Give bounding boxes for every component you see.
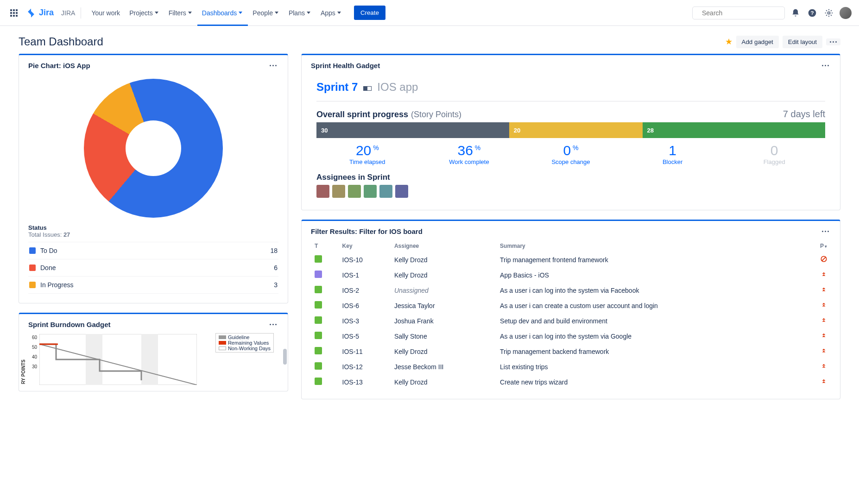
issue-assignee[interactable]: Jessica Taylor — [391, 298, 496, 313]
issue-key[interactable]: IOS-10 — [339, 252, 391, 267]
table-row[interactable]: IOS-6Jessica TaylorAs a user i can creat… — [311, 298, 831, 313]
assignee-avatar[interactable] — [379, 185, 392, 198]
issue-summary[interactable]: Trip management frontend framework — [496, 252, 804, 267]
edit-layout-button[interactable]: Edit layout — [783, 36, 822, 48]
sprint-name[interactable]: Sprint 7 — [316, 81, 358, 94]
sprint-metric[interactable]: 36 %Work complete — [418, 143, 520, 165]
issue-priority — [804, 374, 831, 390]
assignee-avatar[interactable] — [364, 185, 377, 198]
chevron-down-icon — [188, 12, 193, 14]
highest-priority-icon — [821, 286, 827, 293]
progress-subtitle: (Story Points) — [411, 110, 461, 120]
pie-card-menu-icon[interactable] — [268, 63, 278, 68]
svg-text:?: ? — [810, 10, 814, 16]
pie-legend-row[interactable]: Done6 — [28, 259, 278, 277]
issue-summary[interactable]: As a user i can log into the system via … — [496, 328, 804, 344]
col-assignee[interactable]: Assignee — [391, 240, 496, 252]
issue-key[interactable]: IOS-12 — [339, 359, 391, 374]
table-row[interactable]: IOS-11Kelly DrozdTrip management backend… — [311, 344, 831, 359]
sprint-metric[interactable]: 1Blocker — [622, 143, 724, 165]
create-button[interactable]: Create — [354, 6, 385, 20]
issue-summary[interactable]: Trip management backend framework — [496, 344, 804, 359]
issue-assignee[interactable]: Kelly Drozd — [391, 344, 496, 359]
table-row[interactable]: IOS-3Joshua FrankSetup dev and and build… — [311, 313, 831, 328]
header-actions: ★ Add gadget Edit layout — [725, 36, 840, 48]
add-gadget-button[interactable]: Add gadget — [736, 36, 779, 48]
nav-item-filters[interactable]: Filters — [164, 0, 197, 26]
star-icon[interactable]: ★ — [725, 37, 733, 47]
assignee-avatar[interactable] — [348, 185, 361, 198]
settings-icon[interactable] — [823, 7, 835, 19]
issue-summary[interactable]: List existing trips — [496, 359, 804, 374]
issue-summary[interactable]: Create new trips wizard — [496, 374, 804, 390]
nav-item-dashboards[interactable]: Dashboards — [197, 0, 248, 26]
chevron-down-icon — [155, 12, 159, 14]
sprint-metric[interactable]: 0Flagged — [723, 143, 825, 165]
nav-item-plans[interactable]: Plans — [284, 0, 316, 26]
issue-key[interactable]: IOS-6 — [339, 298, 391, 313]
nav-item-your-work[interactable]: Your work — [87, 0, 125, 26]
issue-assignee[interactable]: Kelly Drozd — [391, 267, 496, 283]
issue-key[interactable]: IOS-5 — [339, 328, 391, 344]
col-priority[interactable]: P▾ — [804, 240, 831, 252]
pie-total: Total Issues: 27 — [28, 231, 278, 238]
issue-summary[interactable]: App Basics - iOS — [496, 267, 804, 283]
pie-legend-row[interactable]: To Do18 — [28, 242, 278, 259]
notifications-icon[interactable] — [790, 7, 802, 19]
jira-logo-icon — [26, 8, 36, 18]
table-row[interactable]: IOS-2UnassignedAs a user i can log into … — [311, 283, 831, 298]
filter-card-menu-icon[interactable] — [820, 229, 831, 234]
issue-priority — [804, 283, 831, 298]
issue-assignee[interactable]: Kelly Drozd — [391, 252, 496, 267]
sprint-metric[interactable]: 20 %Time elapsed — [316, 143, 418, 165]
sprint-card-menu-icon[interactable] — [820, 63, 831, 68]
nav-item-people[interactable]: People — [248, 0, 284, 26]
sprint-metric[interactable]: 0 %Scope change — [520, 143, 622, 165]
issue-summary[interactable]: As a user i can create a custom user acc… — [496, 298, 804, 313]
profile-avatar[interactable] — [840, 7, 852, 19]
nav-item-apps[interactable]: Apps — [316, 0, 347, 26]
issue-assignee[interactable]: Joshua Frank — [391, 313, 496, 328]
scrollbar[interactable] — [283, 349, 287, 365]
issue-assignee[interactable]: Kelly Drozd — [391, 374, 496, 390]
sprint-health-card: Sprint Health Gadget Sprint 7 IOS app Ov… — [301, 54, 840, 210]
issue-assignee[interactable]: Sally Stone — [391, 328, 496, 344]
assignee-avatar[interactable] — [332, 185, 345, 198]
table-row[interactable]: IOS-12Jesse Beckom IIIList existing trip… — [311, 359, 831, 374]
table-row[interactable]: IOS-10Kelly DrozdTrip management fronten… — [311, 252, 831, 267]
highest-priority-icon — [821, 378, 827, 384]
issue-key[interactable]: IOS-2 — [339, 283, 391, 298]
issue-key[interactable]: IOS-11 — [339, 344, 391, 359]
table-row[interactable]: IOS-5Sally StoneAs a user i can log into… — [311, 328, 831, 344]
issue-type-icon — [315, 347, 322, 354]
search-box[interactable] — [692, 6, 785, 19]
burndown-y-axis-label: RY POINTS — [21, 359, 26, 384]
search-input[interactable] — [701, 9, 784, 17]
burndown-card-menu-icon[interactable] — [268, 322, 278, 327]
issue-key[interactable]: IOS-13 — [339, 374, 391, 390]
issue-assignee[interactable]: Jesse Beckom III — [391, 359, 496, 374]
assignee-avatar[interactable] — [316, 185, 329, 198]
jira-logo[interactable]: Jira — [22, 8, 57, 18]
highest-priority-icon — [821, 363, 827, 369]
issue-assignee[interactable]: Unassigned — [391, 283, 496, 298]
issue-type-icon — [315, 271, 322, 278]
app-switcher-icon[interactable] — [7, 6, 20, 19]
issue-key[interactable]: IOS-1 — [339, 267, 391, 283]
assignee-avatar[interactable] — [395, 185, 408, 198]
col-key[interactable]: Key — [339, 240, 391, 252]
pie-legend-row[interactable]: In Progress3 — [28, 277, 278, 294]
issue-key[interactable]: IOS-3 — [339, 313, 391, 328]
col-type[interactable]: T — [311, 240, 339, 252]
assignees-title: Assignees in Sprint — [316, 173, 825, 182]
issue-summary[interactable]: Setup dev and and build environment — [496, 313, 804, 328]
col-summary[interactable]: Summary — [496, 240, 804, 252]
sprint-card-title: Sprint Health Gadget — [311, 62, 380, 69]
help-icon[interactable]: ? — [806, 7, 818, 19]
pie-status-label: Status — [28, 224, 278, 231]
nav-item-projects[interactable]: Projects — [125, 0, 164, 26]
issue-summary[interactable]: As a user i can log into the system via … — [496, 283, 804, 298]
more-actions-icon[interactable] — [826, 38, 840, 45]
table-row[interactable]: IOS-1Kelly DrozdApp Basics - iOS — [311, 267, 831, 283]
table-row[interactable]: IOS-13Kelly DrozdCreate new trips wizard — [311, 374, 831, 390]
